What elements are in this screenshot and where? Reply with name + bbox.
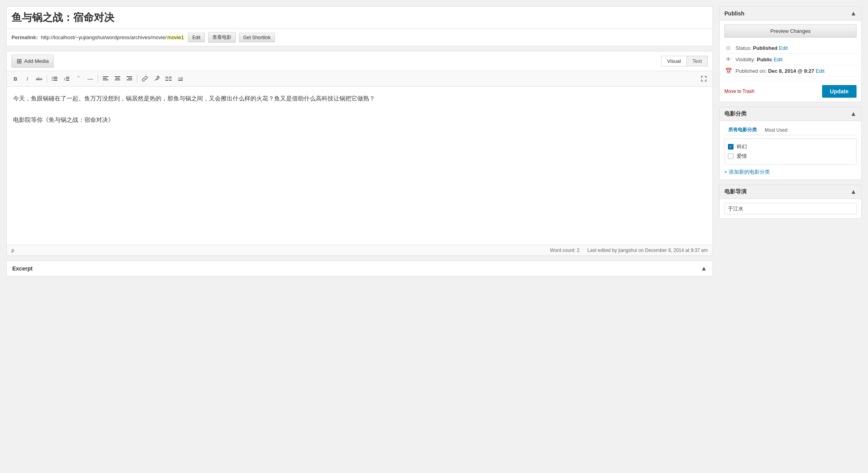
update-button[interactable]: Update: [822, 85, 857, 98]
excerpt-toggle[interactable]: Excerpt ▲: [7, 261, 713, 276]
publish-visibility-text: Visibility: Public Edit: [735, 57, 783, 62]
svg-rect-0: [52, 77, 53, 78]
editor-info: Word count: 2 Last edited by jiangshui o…: [550, 248, 708, 253]
publish-date-row: 📅 Published on: Dec 8, 2014 @ 9:27 Edit: [724, 65, 857, 77]
svg-rect-16: [115, 79, 120, 80]
svg-rect-20: [127, 79, 132, 80]
status-icon: ⊙: [724, 45, 732, 51]
category-body: 所有电影分类 Most Used 科幻 爱情 + 添加新的电影分类: [720, 121, 861, 180]
get-shortlink-button[interactable]: Get Shortlink: [239, 33, 275, 42]
toolbar-separator-1: [47, 75, 47, 83]
svg-rect-9: [66, 80, 69, 81]
word-count-label: Word count:: [550, 248, 575, 253]
align-right-button[interactable]: [124, 74, 135, 84]
svg-rect-3: [53, 78, 57, 79]
strikethrough-button[interactable]: abc: [34, 74, 45, 84]
publish-date-text: Published on: Dec 8, 2014 @ 9:27 Edit: [735, 68, 824, 74]
director-title: 电影导演: [724, 188, 747, 195]
director-input[interactable]: [724, 203, 857, 214]
ordered-list-button[interactable]: 1.: [61, 74, 72, 84]
svg-rect-5: [53, 80, 57, 81]
title-section: Permalink: http://localhost/~yujiangshui…: [6, 6, 713, 46]
director-box: 电影导演 ▲: [719, 185, 862, 219]
svg-rect-24: [165, 77, 168, 78]
tab-visual[interactable]: Visual: [661, 56, 687, 66]
publish-title: Publish: [724, 10, 745, 17]
last-edited-info: Last edited by jiangshui on December 8, …: [588, 248, 708, 253]
category-label-scifi: 科幻: [737, 143, 747, 150]
category-tabs: 所有电影分类 Most Used: [724, 125, 857, 135]
visibility-icon: 👁: [724, 56, 732, 62]
preview-changes-button[interactable]: Preview Changes: [724, 25, 857, 38]
move-to-trash-link[interactable]: Move to Trash: [724, 89, 754, 94]
tab-all-categories[interactable]: 所有电影分类: [724, 125, 761, 135]
svg-rect-8: [66, 78, 69, 79]
fullscreen-button[interactable]: [698, 74, 709, 84]
category-checkbox-scifi[interactable]: [728, 144, 733, 149]
svg-rect-12: [103, 79, 108, 80]
align-left-button[interactable]: [100, 74, 111, 84]
blockquote-button[interactable]: ": [73, 74, 84, 84]
edit-permalink-button[interactable]: Edit: [188, 33, 205, 42]
svg-rect-27: [169, 80, 172, 81]
svg-rect-23: [165, 78, 172, 79]
tab-most-used[interactable]: Most Used: [761, 125, 791, 135]
publish-box: Publish ▲ Preview Changes ⊙ Status: Publ…: [719, 6, 862, 102]
camera-icon: ⊞: [17, 57, 22, 65]
publish-collapse-icon: ▲: [850, 10, 857, 17]
sidebar: Publish ▲ Preview Changes ⊙ Status: Publ…: [719, 6, 862, 276]
svg-rect-2: [52, 78, 53, 79]
main-content: Permalink: http://localhost/~yujiangshui…: [6, 6, 713, 276]
svg-rect-26: [169, 77, 172, 78]
toolbar-separator-2: [98, 75, 98, 83]
unordered-list-button[interactable]: [49, 74, 60, 84]
list-item: 科幻: [728, 142, 853, 151]
italic-button[interactable]: I: [22, 74, 33, 84]
status-edit-link[interactable]: Edit: [779, 45, 788, 51]
svg-rect-14: [115, 76, 120, 77]
director-header: 电影导演 ▲: [720, 185, 861, 199]
svg-rect-18: [127, 76, 132, 77]
permalink-slug: movie1: [167, 34, 185, 40]
tab-text[interactable]: Text: [687, 56, 707, 66]
svg-rect-15: [116, 78, 119, 79]
excerpt-collapse-icon: ▲: [701, 265, 707, 272]
excerpt-box: Excerpt ▲: [6, 261, 713, 276]
category-checkbox-romance[interactable]: [728, 153, 733, 159]
editor-content[interactable]: 今天，鱼跟锅碰在了一起。鱼万万没想到，锅居然是热的，那鱼与锅之间，又会擦出什么样…: [7, 87, 713, 245]
svg-rect-25: [165, 80, 168, 81]
permalink-url: http://localhost/~yujiangshui/wordpress/…: [41, 34, 185, 40]
insert-link-button[interactable]: [139, 74, 150, 84]
spellcheck-button[interactable]: ABC: [175, 74, 186, 84]
svg-rect-19: [128, 78, 132, 79]
remove-link-button[interactable]: [151, 74, 162, 84]
svg-rect-7: [66, 77, 69, 78]
director-collapse-icon: ▲: [850, 188, 857, 195]
format-toolbar: B I abc 1. " —: [7, 71, 713, 87]
post-title-input[interactable]: [11, 11, 708, 24]
publish-status-row: ⊙ Status: Published Edit: [724, 42, 857, 54]
visibility-edit-link[interactable]: Edit: [774, 57, 783, 62]
align-center-button[interactable]: [112, 74, 123, 84]
category-header: 电影分类 ▲: [720, 107, 861, 121]
publish-body: Preview Changes ⊙ Status: Published Edit…: [720, 21, 861, 81]
published-date-edit-link[interactable]: Edit: [816, 68, 824, 74]
editor-toolbar-top: ⊞ Add Media Visual Text: [7, 51, 713, 71]
toolbar-separator-3: [137, 75, 137, 83]
add-category-link[interactable]: + 添加新的电影分类: [724, 169, 770, 175]
svg-text:ABC: ABC: [178, 76, 183, 80]
editor-box: ⊞ Add Media Visual Text B I abc 1.: [6, 51, 713, 256]
svg-rect-10: [103, 76, 108, 77]
horizontal-rule-button[interactable]: —: [85, 74, 96, 84]
svg-rect-4: [52, 80, 53, 81]
category-collapse-icon: ▲: [850, 110, 857, 117]
insert-more-button[interactable]: [163, 74, 174, 84]
category-list: 科幻 爱情: [724, 138, 857, 165]
excerpt-title: Excerpt: [12, 265, 32, 272]
add-media-button[interactable]: ⊞ Add Media: [11, 55, 54, 68]
category-label-romance: 爱情: [737, 153, 747, 160]
calendar-icon: 📅: [724, 68, 732, 74]
view-movie-button[interactable]: 查看电影: [208, 32, 236, 43]
bold-button[interactable]: B: [10, 74, 21, 84]
publish-footer: Move to Trash Update: [720, 81, 861, 102]
